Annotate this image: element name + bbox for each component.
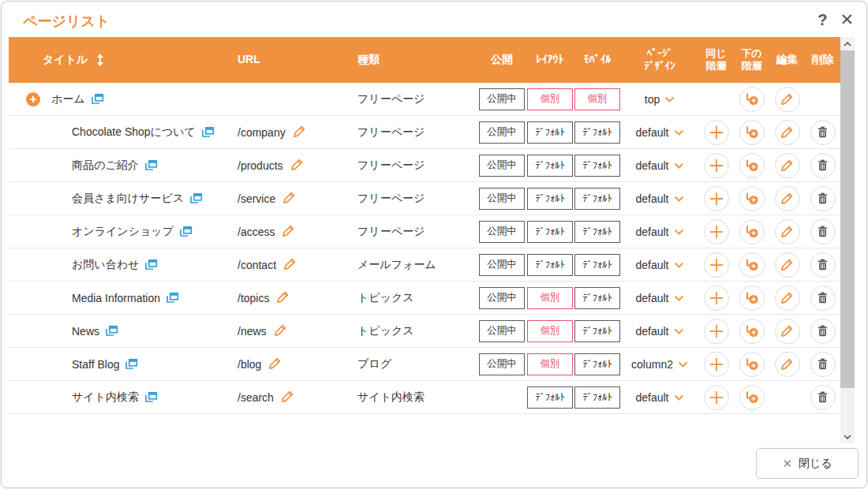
page-design-select[interactable]: default — [635, 325, 683, 338]
page-design-select[interactable]: column2 — [631, 358, 688, 371]
layout-badge[interactable]: 個別 — [527, 88, 573, 110]
mobile-badge[interactable]: ﾃﾞﾌｫﾙﾄ — [574, 254, 620, 276]
publish-status-badge[interactable]: 公開中 — [479, 353, 525, 375]
edit-button[interactable] — [775, 153, 800, 178]
layout-badge[interactable]: 個別 — [527, 287, 573, 309]
add-lower-level-button[interactable] — [739, 385, 765, 410]
publish-status-badge[interactable]: 公開中 — [479, 188, 525, 210]
add-lower-level-button[interactable] — [739, 219, 765, 244]
page-design-select[interactable]: default — [635, 226, 683, 238]
expand-icon[interactable] — [26, 92, 40, 106]
edit-button[interactable] — [775, 252, 800, 278]
open-preview-icon[interactable] — [201, 126, 215, 138]
url-edit-icon[interactable] — [283, 257, 297, 273]
open-preview-icon[interactable] — [91, 93, 104, 105]
scrollbar-thumb[interactable] — [840, 50, 855, 388]
publish-status-badge[interactable]: 公開中 — [479, 320, 525, 342]
close-icon[interactable]: ✕ — [840, 9, 854, 30]
url-edit-icon[interactable] — [290, 158, 304, 174]
layout-badge[interactable]: ﾃﾞﾌｫﾙﾄ — [527, 188, 573, 210]
sort-icon[interactable] — [95, 54, 105, 66]
add-lower-level-button[interactable] — [739, 319, 765, 344]
edit-button[interactable] — [775, 219, 800, 244]
close-button[interactable]: ✕ 閉じる — [756, 448, 859, 479]
help-button[interactable]: ? — [817, 9, 827, 30]
mobile-badge[interactable]: ﾃﾞﾌｫﾙﾄ — [574, 155, 620, 177]
page-design-select[interactable]: default — [635, 259, 683, 271]
vertical-scrollbar[interactable] — [840, 37, 855, 443]
page-design-select[interactable]: default — [635, 159, 683, 172]
page-design-select[interactable]: default — [635, 192, 683, 205]
open-preview-icon[interactable] — [105, 325, 118, 337]
mobile-badge[interactable]: 個別 — [574, 88, 620, 110]
publish-status-badge[interactable]: 公開中 — [479, 221, 525, 243]
add-same-level-button[interactable] — [704, 153, 729, 178]
add-lower-level-button[interactable] — [739, 186, 765, 211]
mobile-badge[interactable]: ﾃﾞﾌｫﾙﾄ — [574, 221, 620, 243]
open-preview-icon[interactable] — [125, 358, 138, 370]
layout-badge[interactable]: 個別 — [527, 320, 573, 342]
add-lower-level-button[interactable] — [739, 87, 765, 112]
delete-button[interactable] — [810, 286, 836, 311]
layout-badge[interactable]: ﾃﾞﾌｫﾙﾄ — [527, 254, 573, 276]
mobile-badge[interactable]: ﾃﾞﾌｫﾙﾄ — [574, 188, 620, 210]
add-same-level-button[interactable] — [704, 120, 729, 145]
publish-status-badge[interactable]: 公開中 — [479, 287, 525, 309]
mobile-badge[interactable]: ﾃﾞﾌｫﾙﾄ — [574, 386, 620, 409]
add-same-level-button[interactable] — [704, 385, 729, 410]
page-design-select[interactable]: top — [645, 93, 675, 106]
delete-button[interactable] — [810, 352, 836, 377]
delete-button[interactable] — [810, 186, 836, 211]
url-edit-icon[interactable] — [282, 191, 296, 207]
url-edit-icon[interactable] — [293, 125, 306, 140]
url-edit-icon[interactable] — [274, 323, 287, 339]
add-lower-level-button[interactable] — [739, 352, 765, 377]
column-header-title[interactable]: タイトル — [9, 53, 226, 67]
mobile-badge[interactable]: ﾃﾞﾌｫﾙﾄ — [574, 121, 620, 144]
edit-button[interactable] — [775, 319, 800, 344]
open-preview-icon[interactable] — [179, 226, 193, 237]
publish-status-badge[interactable]: 公開中 — [479, 88, 525, 110]
add-same-level-button[interactable] — [704, 219, 729, 244]
scroll-up-arrow-icon[interactable] — [840, 37, 855, 50]
add-lower-level-button[interactable] — [739, 153, 765, 178]
page-design-select[interactable]: default — [635, 126, 683, 139]
add-same-level-button[interactable] — [704, 252, 729, 278]
edit-button[interactable] — [775, 87, 800, 112]
page-design-select[interactable]: default — [635, 391, 683, 404]
add-lower-level-button[interactable] — [739, 120, 765, 145]
open-preview-icon[interactable] — [144, 259, 158, 271]
layout-badge[interactable]: ﾃﾞﾌｫﾙﾄ — [527, 386, 573, 409]
edit-button[interactable] — [775, 286, 800, 311]
edit-button[interactable] — [775, 186, 800, 211]
delete-button[interactable] — [810, 153, 836, 178]
add-same-level-button[interactable] — [704, 319, 729, 344]
url-edit-icon[interactable] — [268, 356, 282, 372]
add-same-level-button[interactable] — [704, 286, 729, 311]
edit-button[interactable] — [775, 352, 800, 377]
mobile-badge[interactable]: ﾃﾞﾌｫﾙﾄ — [574, 287, 620, 309]
publish-status-badge[interactable]: 公開中 — [479, 254, 525, 276]
open-preview-icon[interactable] — [144, 159, 158, 171]
add-same-level-button[interactable] — [704, 186, 729, 211]
delete-button[interactable] — [810, 120, 836, 145]
publish-status-badge[interactable]: 公開中 — [479, 155, 525, 177]
delete-button[interactable] — [810, 252, 836, 278]
layout-badge[interactable]: 個別 — [527, 353, 573, 375]
delete-button[interactable] — [810, 219, 836, 244]
layout-badge[interactable]: ﾃﾞﾌｫﾙﾄ — [527, 155, 573, 177]
scroll-down-arrow-icon[interactable] — [840, 430, 855, 443]
open-preview-icon[interactable] — [189, 192, 203, 204]
delete-button[interactable] — [810, 319, 836, 344]
mobile-badge[interactable]: ﾃﾞﾌｫﾙﾄ — [574, 353, 620, 375]
layout-badge[interactable]: ﾃﾞﾌｫﾙﾄ — [527, 121, 573, 144]
add-lower-level-button[interactable] — [739, 252, 765, 278]
publish-status-badge[interactable]: 公開中 — [479, 121, 525, 144]
add-same-level-button[interactable] — [704, 352, 729, 377]
url-edit-icon[interactable] — [276, 290, 290, 306]
page-design-select[interactable]: default — [635, 292, 683, 304]
add-lower-level-button[interactable] — [739, 286, 765, 311]
url-edit-icon[interactable] — [282, 224, 295, 240]
mobile-badge[interactable]: ﾃﾞﾌｫﾙﾄ — [574, 320, 620, 342]
delete-button[interactable] — [810, 385, 836, 410]
